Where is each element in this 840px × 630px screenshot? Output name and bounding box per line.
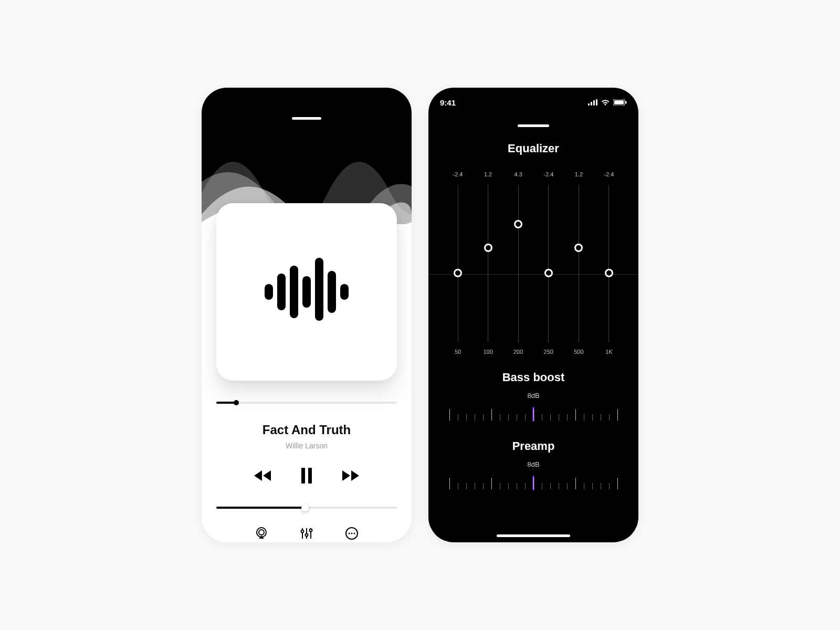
- eq-band-freq: 100: [483, 349, 492, 355]
- drag-handle[interactable]: [518, 124, 549, 127]
- equalizer-title: Equalizer: [428, 142, 638, 155]
- eq-band-freq: 500: [574, 349, 583, 355]
- preamp-title: Preamp: [428, 439, 638, 453]
- volume-slider[interactable]: [216, 507, 397, 509]
- eq-band[interactable]: -2.4250: [538, 171, 559, 355]
- svg-rect-3: [302, 276, 311, 308]
- playback-controls: [253, 468, 360, 484]
- svg-rect-5: [328, 271, 336, 313]
- eq-band-value: -2.4: [543, 171, 553, 180]
- eq-band[interactable]: 4.3200: [508, 171, 529, 355]
- svg-rect-8: [308, 468, 312, 484]
- eq-band[interactable]: 1.2100: [478, 171, 499, 355]
- equalizer-screen: 9:41 Equalizer -2.4501.21004.3200-2.4250…: [428, 88, 638, 542]
- svg-point-18: [349, 533, 350, 534]
- player-screen: Fact And Truth Willie Larson: [202, 88, 412, 542]
- preamp-slider[interactable]: [449, 475, 617, 492]
- svg-rect-2: [290, 266, 298, 318]
- eq-band[interactable]: 1.2500: [568, 171, 589, 355]
- eq-band-handle[interactable]: [454, 269, 462, 277]
- eq-band-freq: 50: [455, 349, 461, 355]
- bass-boost-slider[interactable]: [449, 406, 617, 424]
- eq-band-handle[interactable]: [605, 269, 613, 277]
- track-artist: Willie Larson: [286, 442, 328, 450]
- svg-point-12: [301, 530, 304, 533]
- svg-point-10: [259, 530, 264, 535]
- eq-band-value: -2.4: [453, 171, 463, 180]
- eq-band-value: 4.3: [514, 171, 522, 180]
- eq-band[interactable]: -2.41K: [598, 171, 620, 355]
- bass-boost-title: Bass boost: [428, 371, 638, 384]
- svg-point-16: [310, 529, 312, 532]
- home-indicator[interactable]: [497, 534, 570, 537]
- eq-band-value: -2.4: [604, 171, 614, 180]
- eq-band[interactable]: -2.450: [447, 171, 468, 355]
- eq-band-handle[interactable]: [514, 220, 522, 228]
- audio-wave-icon: [265, 255, 349, 329]
- svg-rect-4: [315, 258, 323, 321]
- airplay-icon[interactable]: [255, 527, 268, 542]
- pause-button[interactable]: [300, 468, 313, 484]
- track-title: Fact And Truth: [262, 423, 351, 437]
- equalizer-icon[interactable]: [300, 527, 313, 542]
- svg-rect-6: [340, 284, 349, 300]
- eq-band-value: 1.2: [484, 171, 492, 180]
- eq-band-freq: 1K: [605, 349, 612, 355]
- preamp-value: 8dB: [428, 460, 638, 468]
- eq-band-value: 1.2: [575, 171, 583, 180]
- eq-band-handle[interactable]: [544, 269, 553, 277]
- svg-rect-0: [265, 284, 273, 300]
- svg-rect-1: [277, 274, 286, 310]
- album-artwork: [216, 203, 397, 381]
- eq-band-freq: 200: [513, 349, 523, 355]
- eq-band-freq: 250: [544, 349, 553, 355]
- rewind-button[interactable]: [253, 469, 272, 482]
- playback-progress[interactable]: [216, 402, 397, 404]
- svg-rect-7: [301, 468, 305, 484]
- eq-band-handle[interactable]: [484, 244, 492, 252]
- svg-point-19: [351, 533, 353, 534]
- bass-boost-value: 8dB: [428, 392, 638, 400]
- svg-point-14: [306, 534, 308, 537]
- svg-point-20: [354, 533, 355, 534]
- more-icon[interactable]: [345, 527, 359, 542]
- eq-band-handle[interactable]: [574, 244, 583, 252]
- forward-button[interactable]: [341, 469, 360, 482]
- eq-bands: -2.4501.21004.3200-2.42501.2500-2.41K: [428, 171, 638, 355]
